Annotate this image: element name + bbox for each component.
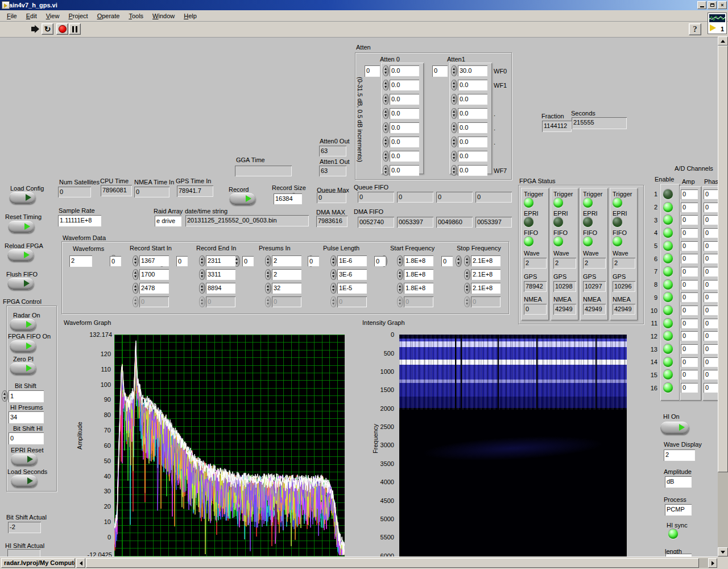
phase-field[interactable]: 0 bbox=[704, 254, 719, 263]
atten-value-spinner[interactable] bbox=[451, 165, 457, 176]
scroll-up-button[interactable] bbox=[718, 36, 728, 46]
value-spinner[interactable] bbox=[199, 255, 205, 266]
value-field[interactable]: 1.8E+8 bbox=[404, 255, 433, 266]
phase-field[interactable]: 0 bbox=[704, 344, 719, 354]
atten1-index-field[interactable]: 0 bbox=[432, 65, 448, 77]
atten-value-spinner[interactable] bbox=[451, 137, 457, 147]
value-spinner[interactable] bbox=[265, 255, 271, 266]
pause-button[interactable] bbox=[69, 23, 81, 35]
enable-led[interactable] bbox=[663, 254, 673, 263]
phase-field[interactable]: 0 bbox=[704, 203, 719, 212]
value-spinner[interactable] bbox=[330, 283, 337, 294]
value-field[interactable]: 1E-6 bbox=[337, 255, 367, 266]
hi-on-button[interactable] bbox=[660, 422, 689, 434]
value-spinner[interactable] bbox=[133, 269, 139, 280]
atten-value-spinner[interactable] bbox=[451, 80, 457, 90]
value-field[interactable]: 2 bbox=[272, 255, 301, 266]
atten-value-field[interactable]: 0.0 bbox=[458, 94, 487, 105]
enable-led[interactable] bbox=[663, 241, 673, 251]
project-context-button[interactable]: radar.lvproj/My Computer bbox=[1, 558, 75, 568]
amp-field[interactable]: 0 bbox=[681, 254, 698, 263]
phase-field[interactable]: 0 bbox=[704, 383, 719, 393]
value-field[interactable]: 3E-6 bbox=[337, 269, 367, 280]
sample-rate-field[interactable]: 1.11111E+8 bbox=[58, 215, 101, 226]
menu-item[interactable]: View bbox=[42, 11, 64, 20]
index-spinner[interactable] bbox=[456, 255, 462, 267]
atten-value-field[interactable]: 0.0 bbox=[458, 165, 487, 176]
menu-item[interactable]: Operate bbox=[93, 11, 125, 20]
reset-timing-button[interactable] bbox=[8, 221, 34, 233]
zero-pi-button[interactable] bbox=[10, 362, 36, 374]
value-field[interactable]: 2.1E+8 bbox=[471, 283, 500, 294]
value-spinner[interactable] bbox=[133, 283, 139, 294]
value-field[interactable]: 32 bbox=[272, 283, 301, 294]
phase-field[interactable]: 0 bbox=[704, 215, 719, 225]
fpga-fifo-on-button[interactable] bbox=[10, 340, 36, 352]
amp-field[interactable]: 0 bbox=[681, 331, 698, 341]
value-spinner[interactable] bbox=[397, 283, 403, 294]
enable-led[interactable] bbox=[663, 344, 673, 354]
value-field[interactable]: 1.8E+8 bbox=[404, 283, 433, 294]
atten-value-field[interactable]: 0.0 bbox=[458, 80, 487, 90]
enable-led[interactable] bbox=[663, 228, 673, 238]
value-field[interactable]: 2 bbox=[272, 269, 301, 280]
phase-field[interactable]: 0 bbox=[704, 292, 719, 302]
value-field[interactable]: 2478 bbox=[139, 283, 169, 294]
atten-value-field[interactable]: 0.0 bbox=[390, 94, 419, 105]
amp-field[interactable]: 0 bbox=[681, 357, 698, 367]
atten-value-field[interactable]: 0.0 bbox=[458, 151, 487, 162]
help-button[interactable]: ? bbox=[689, 23, 701, 35]
phase-field[interactable]: 0 bbox=[704, 319, 719, 328]
amp-field[interactable]: 0 bbox=[681, 203, 698, 212]
value-spinner[interactable] bbox=[464, 255, 470, 266]
atten-value-field[interactable]: 0.0 bbox=[390, 151, 419, 162]
value-spinner[interactable] bbox=[397, 255, 403, 266]
scroll-left-button[interactable] bbox=[76, 558, 85, 568]
index-field[interactable]: 0 bbox=[308, 256, 319, 266]
amp-field[interactable]: 0 bbox=[681, 241, 698, 251]
atten-value-field[interactable]: 0.0 bbox=[458, 137, 487, 147]
record-button[interactable] bbox=[229, 193, 255, 205]
amp-field[interactable]: 0 bbox=[681, 344, 698, 354]
reload-fpga-button[interactable] bbox=[7, 249, 34, 261]
value-spinner[interactable] bbox=[330, 255, 337, 266]
phase-field[interactable]: 0 bbox=[704, 241, 719, 251]
atten-value-spinner[interactable] bbox=[383, 165, 389, 176]
enable-led[interactable] bbox=[663, 370, 673, 380]
value-field[interactable]: 3311 bbox=[206, 269, 235, 280]
amp-field[interactable]: 0 bbox=[681, 292, 698, 302]
value-spinner[interactable] bbox=[464, 269, 470, 280]
amp-field[interactable]: 0 bbox=[681, 267, 698, 277]
phase-field[interactable]: 0 bbox=[704, 280, 719, 290]
value-field[interactable]: 1700 bbox=[139, 269, 169, 280]
enable-led[interactable] bbox=[663, 203, 673, 212]
atten-value-spinner[interactable] bbox=[383, 108, 389, 119]
value-spinner[interactable] bbox=[464, 283, 470, 294]
atten-value-field[interactable]: 0.0 bbox=[390, 65, 419, 76]
load-seconds-button[interactable] bbox=[11, 475, 37, 487]
menu-item[interactable]: File bbox=[2, 11, 22, 20]
hscroll-track[interactable] bbox=[699, 558, 708, 568]
atten0-index-field[interactable]: 0 bbox=[365, 65, 380, 77]
amp-field[interactable]: 0 bbox=[681, 215, 698, 225]
menu-item[interactable]: Project bbox=[64, 11, 92, 20]
minimize-button[interactable] bbox=[697, 1, 706, 9]
enable-led[interactable] bbox=[663, 306, 673, 315]
atten-value-field[interactable]: 0.0 bbox=[390, 80, 419, 90]
amp-field[interactable]: 0 bbox=[681, 228, 698, 238]
phase-field[interactable]: 0 bbox=[704, 267, 719, 277]
amplitude-field[interactable]: dB bbox=[665, 476, 692, 488]
amp-field[interactable]: 0 bbox=[681, 189, 698, 199]
value-field[interactable]: 1367 bbox=[139, 255, 169, 266]
epri-reset-button[interactable] bbox=[11, 453, 37, 465]
value-field[interactable]: 1E-5 bbox=[337, 283, 367, 294]
phase-field[interactable]: 0 bbox=[704, 370, 719, 380]
run-button[interactable] bbox=[29, 23, 41, 35]
menu-item[interactable]: Tools bbox=[124, 11, 148, 20]
bit-shift-field[interactable]: 1 bbox=[9, 390, 44, 402]
atten-value-spinner[interactable] bbox=[451, 65, 457, 76]
scroll-thumb[interactable] bbox=[718, 46, 728, 472]
enable-led[interactable] bbox=[663, 267, 673, 277]
enable-led[interactable] bbox=[663, 292, 673, 302]
value-spinner[interactable] bbox=[330, 269, 337, 280]
